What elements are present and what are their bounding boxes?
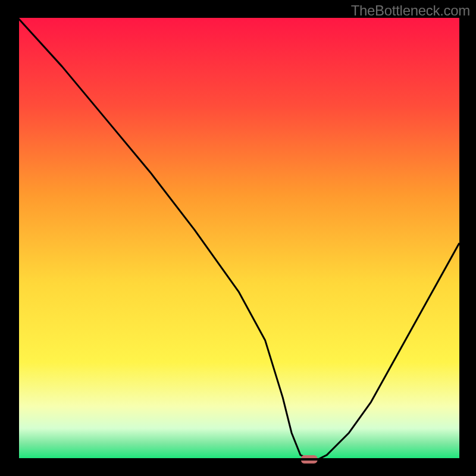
watermark-text: TheBottleneck.com bbox=[351, 2, 470, 19]
plot-background bbox=[18, 18, 459, 459]
chart-container: TheBottleneck.com bbox=[0, 0, 476, 476]
bottleneck-chart bbox=[0, 0, 476, 476]
